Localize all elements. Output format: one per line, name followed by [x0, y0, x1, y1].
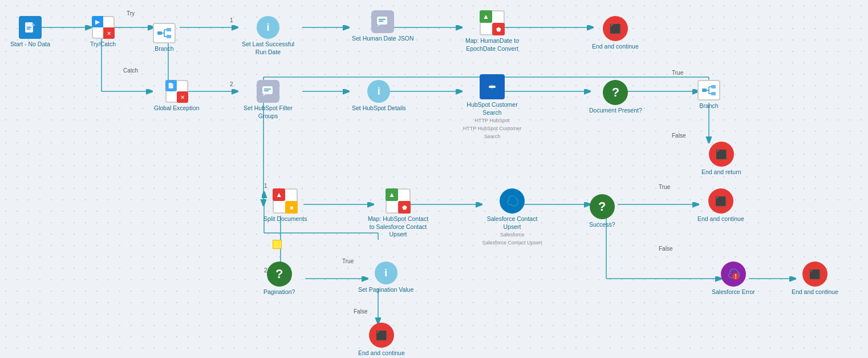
true-label1: True	[672, 70, 683, 76]
end-continue-2-node[interactable]: ⬛ End and continue	[697, 188, 744, 223]
hubspot-search-node[interactable]: HubSpot Customer Search HTTP HubSpot HTT…	[461, 74, 524, 140]
false-label1: False	[672, 132, 686, 139]
x-icon: ✕	[180, 94, 185, 100]
connector-lines	[0, 0, 868, 358]
end-continue-4-node[interactable]: ⬛ End and continue	[358, 323, 405, 357]
catch-icon: ✕	[107, 30, 111, 37]
svg-rect-53	[489, 86, 496, 88]
branch-right-node[interactable]: Branch	[697, 80, 720, 110]
question-icon-1: ?	[612, 85, 619, 100]
sf-error-node[interactable]: ! Salesforce Error	[712, 262, 755, 296]
svg-rect-37	[167, 35, 171, 38]
info-icon-2: i	[378, 86, 380, 98]
svg-rect-55	[711, 85, 716, 89]
svg-rect-46	[262, 86, 273, 94]
svg-rect-56	[711, 92, 716, 95]
stop-icon-4: ⬛	[809, 269, 821, 280]
start-node[interactable]: Start - No Data	[10, 16, 50, 49]
branch1-label: 1	[230, 17, 233, 23]
map-green-icon-2: ▲	[388, 191, 395, 199]
chat-icon	[376, 15, 390, 28]
question-icon-3: ?	[275, 267, 283, 281]
stop-icon-1: ⬛	[610, 23, 621, 34]
workflow-canvas: Try Catch 1 2 True False True False 1 2 …	[0, 0, 868, 358]
map-human-node[interactable]: ▲ ⬟ Map: HumanDate to EpochDate Convert	[461, 10, 524, 53]
doc-present-node[interactable]: ? Document Present?	[589, 80, 642, 115]
try-label: Try	[127, 10, 135, 17]
true-label3: True	[342, 258, 354, 264]
doc-blue-icon: 📄	[168, 83, 174, 89]
stop-icon-2: ⬛	[716, 149, 727, 160]
branch-top-node[interactable]: Branch	[153, 23, 176, 53]
question-icon-2: ?	[598, 199, 606, 214]
branch-icon	[157, 27, 172, 39]
set-pagination-node[interactable]: i Set Pagination Value	[358, 262, 413, 294]
try-catch-node[interactable]: ▶ ✕ Try/Catch	[90, 16, 116, 49]
svg-text:!: !	[735, 273, 736, 280]
true-label2: True	[659, 184, 670, 190]
hubspot-icon	[485, 79, 500, 94]
sf-contact-node[interactable]: Salesforce Contact Upsert Salesforce Sal…	[481, 188, 543, 247]
svg-rect-33	[27, 27, 31, 28]
set-human-node[interactable]: Set Human Date JSON	[352, 10, 414, 43]
stop-icon-5: ⬛	[376, 330, 387, 341]
info-icon-3: i	[384, 267, 387, 279]
catch-label: Catch	[123, 67, 138, 74]
stop-icon-3: ⬛	[715, 196, 727, 207]
branch-icon-2	[701, 85, 716, 96]
branch2-label: 2	[230, 81, 233, 87]
split-docs-node[interactable]: ▲ ■ Split Documents	[263, 188, 307, 223]
map-red-icon: ⬟	[496, 26, 501, 33]
try-icon: ▶	[95, 19, 100, 25]
split-red-icon: ▲	[275, 191, 282, 199]
chat-icon-2	[261, 85, 275, 98]
info-icon: i	[266, 22, 269, 34]
svg-rect-42	[377, 17, 387, 25]
end-continue-3-node[interactable]: ⬛ End and continue	[792, 262, 838, 296]
svg-rect-54	[702, 89, 707, 92]
success-node[interactable]: ? Success?	[589, 194, 615, 229]
map-hubspot-node[interactable]: ▲ ⬟ Map: HubSpot Contact to Salesforce C…	[367, 188, 429, 239]
svg-rect-34	[27, 29, 30, 30]
end-return-node[interactable]: ⬛ End and return	[701, 142, 741, 176]
svg-marker-47	[262, 94, 266, 96]
split-yellow-icon: ■	[290, 204, 293, 211]
map-red-icon-2: ⬟	[402, 204, 407, 211]
map-green-icon: ▲	[482, 13, 489, 21]
pagination-node[interactable]: ? Pagination?	[263, 262, 295, 296]
sticky-note	[273, 240, 282, 249]
end-continue-1-node[interactable]: ⬛ End and continue	[592, 16, 639, 51]
set-hubspot-filter-node[interactable]: Set HubSpot Filter Groups	[237, 80, 299, 120]
global-exception-node[interactable]: 📄 ✕ Global Exception	[154, 80, 199, 112]
start-icon	[24, 21, 36, 34]
svg-marker-32	[32, 22, 35, 26]
false-label3: False	[354, 308, 367, 315]
false-label2: False	[659, 246, 672, 252]
sf-error-icon: !	[727, 267, 740, 281]
salesforce-icon	[505, 194, 519, 208]
svg-rect-35	[157, 31, 162, 35]
set-hubspot-details-node[interactable]: i Set HubSpot Details	[352, 80, 406, 112]
set-last-node[interactable]: i Set Last Successful Run Date	[237, 16, 299, 56]
svg-rect-36	[167, 28, 171, 31]
svg-marker-43	[377, 25, 380, 27]
